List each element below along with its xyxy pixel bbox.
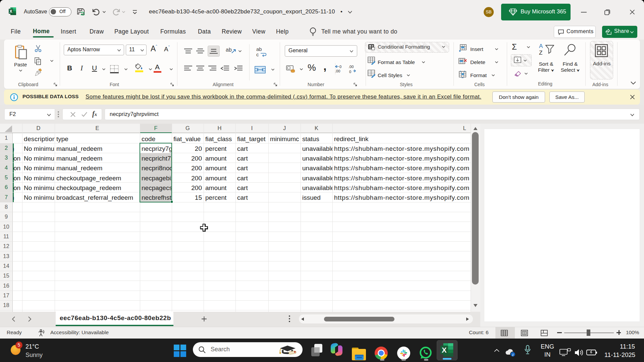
svg-text:X: X xyxy=(9,9,12,14)
svg-text:0: 0 xyxy=(349,70,351,73)
svg-text:0: 0 xyxy=(339,65,341,69)
svg-text:.00: .00 xyxy=(335,69,340,73)
svg-text:.00: .00 xyxy=(348,65,354,69)
svg-text:X: X xyxy=(442,346,447,354)
